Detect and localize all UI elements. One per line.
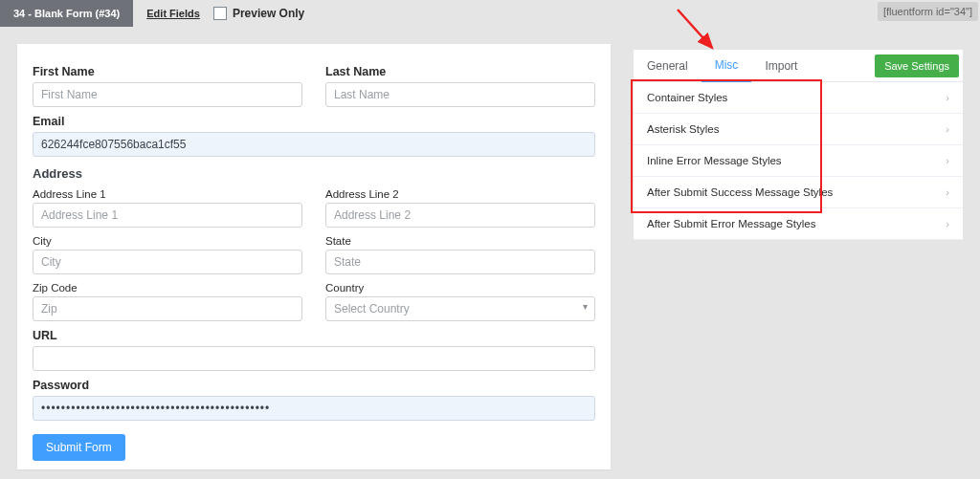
country-select[interactable]: Select Country bbox=[325, 296, 595, 321]
chevron-right-icon: › bbox=[946, 218, 949, 229]
acc-label: After Submit Error Message Styles bbox=[647, 218, 815, 229]
save-settings-button[interactable]: Save Settings bbox=[875, 54, 959, 77]
acc-label: Container Styles bbox=[647, 92, 727, 103]
chevron-right-icon: › bbox=[946, 92, 949, 103]
acc-label: After Submit Success Message Styles bbox=[647, 186, 833, 198]
addr1-input[interactable] bbox=[33, 203, 302, 228]
topbar: 34 - Blank Form (#34) Edit Fields Previe… bbox=[0, 0, 980, 27]
email-label: Email bbox=[33, 115, 595, 128]
acc-label: Asterisk Styles bbox=[647, 123, 719, 135]
form-title: 34 - Blank Form (#34) bbox=[0, 0, 133, 27]
addr2-label: Address Line 2 bbox=[325, 188, 595, 200]
misc-accordion: Container Styles › Asterisk Styles › Inl… bbox=[634, 82, 963, 240]
addr1-label: Address Line 1 bbox=[33, 188, 302, 200]
preview-only-toggle[interactable]: Preview Only bbox=[213, 0, 304, 27]
settings-tabs: General Misc Import Save Settings bbox=[634, 50, 963, 82]
form-preview: First Name Last Name Email Address Addre… bbox=[17, 44, 611, 469]
chevron-right-icon: › bbox=[946, 186, 949, 198]
password-label: Password bbox=[33, 379, 595, 392]
url-label: URL bbox=[33, 329, 595, 342]
password-input[interactable] bbox=[33, 396, 595, 421]
zip-label: Zip Code bbox=[33, 282, 302, 294]
url-input[interactable] bbox=[33, 346, 595, 371]
tab-import[interactable]: Import bbox=[751, 51, 811, 81]
acc-inline-error-styles[interactable]: Inline Error Message Styles › bbox=[634, 145, 963, 177]
acc-label: Inline Error Message Styles bbox=[647, 155, 782, 166]
city-input[interactable] bbox=[33, 250, 302, 274]
preview-only-checkbox[interactable] bbox=[213, 7, 227, 20]
shortcode-display[interactable]: [fluentform id="34"] bbox=[878, 2, 978, 21]
settings-panel: General Misc Import Save Settings Contai… bbox=[634, 50, 963, 469]
chevron-right-icon: › bbox=[946, 123, 949, 135]
state-input[interactable] bbox=[325, 250, 595, 274]
address-group-label: Address bbox=[33, 166, 595, 181]
addr2-input[interactable] bbox=[325, 203, 595, 228]
submit-button[interactable]: Submit Form bbox=[33, 434, 125, 461]
tab-misc[interactable]: Misc bbox=[702, 50, 752, 82]
chevron-right-icon: › bbox=[946, 155, 949, 166]
city-label: City bbox=[33, 235, 302, 247]
first-name-label: First Name bbox=[33, 65, 302, 78]
acc-container-styles[interactable]: Container Styles › bbox=[634, 82, 963, 114]
country-label: Country bbox=[325, 282, 595, 294]
email-input[interactable] bbox=[33, 132, 595, 157]
acc-asterisk-styles[interactable]: Asterisk Styles › bbox=[634, 114, 963, 145]
edit-fields-link[interactable]: Edit Fields bbox=[133, 0, 213, 27]
acc-success-message-styles[interactable]: After Submit Success Message Styles › bbox=[634, 177, 963, 208]
first-name-input[interactable] bbox=[33, 82, 302, 107]
acc-error-message-styles[interactable]: After Submit Error Message Styles › bbox=[634, 208, 963, 240]
last-name-input[interactable] bbox=[325, 82, 595, 107]
last-name-label: Last Name bbox=[325, 65, 595, 78]
state-label: State bbox=[325, 235, 595, 247]
tab-general[interactable]: General bbox=[634, 51, 702, 81]
preview-only-label: Preview Only bbox=[233, 7, 304, 20]
zip-input[interactable] bbox=[33, 296, 302, 321]
